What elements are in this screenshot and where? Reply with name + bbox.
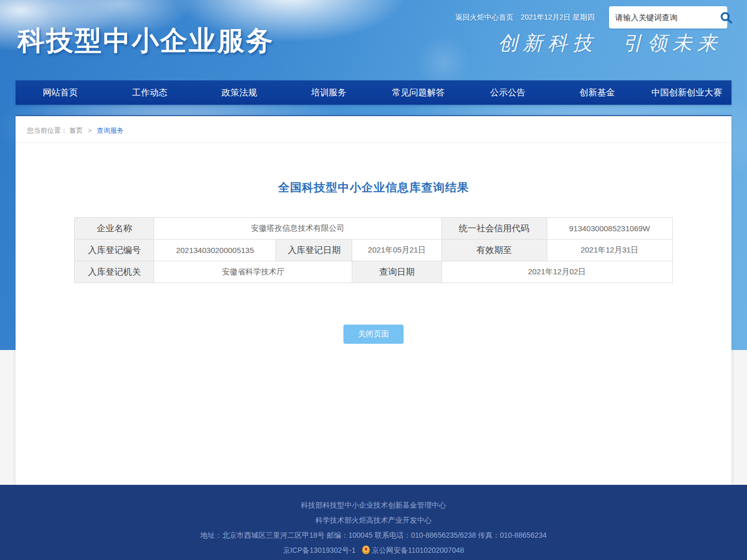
- search-box: [609, 6, 727, 29]
- search-icon: [720, 18, 733, 26]
- reg-date-label: 入库登记日期: [276, 240, 352, 261]
- current-date: 2021年12月2日 星期四: [521, 13, 594, 22]
- footer-beian-row: 京ICP备13019302号-1京公网安备11010202007048: [0, 543, 747, 558]
- credit-code-label: 统一社会信用代码: [441, 218, 547, 240]
- nav-item-home[interactable]: 网站首页: [16, 80, 105, 105]
- site-slogan: 创新科技 引领未来: [498, 30, 722, 57]
- reg-number-label: 入库登记编号: [75, 240, 154, 261]
- nav-item-innovation-fund[interactable]: 创新基金: [552, 80, 642, 105]
- breadcrumb-current-link[interactable]: 查询服务: [96, 127, 123, 134]
- site-logo[interactable]: 科技型中小企业服务: [18, 23, 274, 59]
- search-input[interactable]: [615, 13, 718, 22]
- result-table: 企业名称 安徽塔孜信息技术有限公司 统一社会信用代码 9134030008523…: [74, 217, 672, 283]
- company-name-label: 企业名称: [75, 218, 154, 240]
- nav-item-work-news[interactable]: 工作动态: [105, 80, 195, 105]
- reg-authority-value: 安徽省科学技术厅: [154, 261, 352, 283]
- reg-authority-label: 入库登记机关: [75, 261, 154, 283]
- topbar: 返回火炬中心首页 2021年12月2日 星期四: [455, 6, 727, 29]
- result-title: 全国科技型中小企业信息库查询结果: [16, 180, 731, 195]
- breadcrumb-separator: >: [88, 127, 92, 134]
- torch-home-link[interactable]: 返回火炬中心首页: [455, 13, 514, 22]
- site-header: 科技型中小企业服务 创新科技 引领未来 返回火炬中心首页 2021年12月2日 …: [0, 0, 747, 80]
- company-name-value: 安徽塔孜信息技术有限公司: [154, 218, 441, 240]
- footer-org-line2: 科学技术部火炬高技术产业开发中心: [0, 513, 747, 528]
- content-panel: 您当前位置： 首页 > 查询服务 全国科技型中小企业信息库查询结果 企业名称 安…: [16, 115, 731, 485]
- nav-item-training[interactable]: 培训服务: [284, 80, 374, 105]
- main-nav: 网站首页 工作动态 政策法规 培训服务 常见问题解答 公示公告 创新基金 中国创…: [16, 80, 731, 105]
- site-footer: 科技部科技型中小企业技术创新基金管理中心 科学技术部火炬高技术产业开发中心 地址…: [0, 485, 747, 560]
- breadcrumb-prefix: 您当前位置：: [27, 127, 67, 134]
- breadcrumb-home-link[interactable]: 首页: [70, 127, 83, 134]
- footer-org-line1: 科技部科技型中小企业技术创新基金管理中心: [0, 498, 747, 513]
- public-security-badge-icon: [362, 545, 370, 554]
- table-row-registration: 入库登记编号 202134030200005135 入库登记日期 2021年05…: [75, 240, 672, 261]
- page: 科技型中小企业服务 创新科技 引领未来 返回火炬中心首页 2021年12月2日 …: [0, 0, 747, 560]
- icp-license-link[interactable]: 京ICP备13019302号-1: [283, 546, 355, 554]
- nav-item-policies[interactable]: 政策法规: [195, 80, 284, 105]
- table-row-company: 企业名称 安徽塔孜信息技术有限公司 统一社会信用代码 9134030008523…: [75, 218, 672, 240]
- footer-address: 地址：北京市西城区三里河二区甲18号 邮编：100045 联系电话：010-88…: [0, 528, 747, 543]
- reg-number-value: 202134030200005135: [154, 240, 276, 261]
- credit-code-value: 91340300085231069W: [547, 218, 672, 240]
- table-row-authority: 入库登记机关 安徽省科学技术厅 查询日期 2021年12月02日: [75, 261, 672, 283]
- nav-item-announcements[interactable]: 公示公告: [463, 80, 553, 105]
- nav-item-competition[interactable]: 中国创新创业大赛: [642, 80, 732, 105]
- query-date-value: 2021年12月02日: [441, 261, 672, 283]
- valid-until-label: 有效期至: [441, 240, 547, 261]
- breadcrumb: 您当前位置： 首页 > 查询服务: [16, 116, 731, 143]
- nav-item-faq[interactable]: 常见问题解答: [374, 80, 463, 105]
- search-button[interactable]: [718, 10, 734, 25]
- query-date-label: 查询日期: [352, 261, 441, 283]
- reg-date-value: 2021年05月21日: [352, 240, 441, 261]
- close-page-button[interactable]: 关闭页面: [343, 325, 404, 344]
- public-security-license-link[interactable]: 京公网安备11010202007048: [372, 546, 464, 554]
- valid-until-value: 2021年12月31日: [547, 240, 672, 261]
